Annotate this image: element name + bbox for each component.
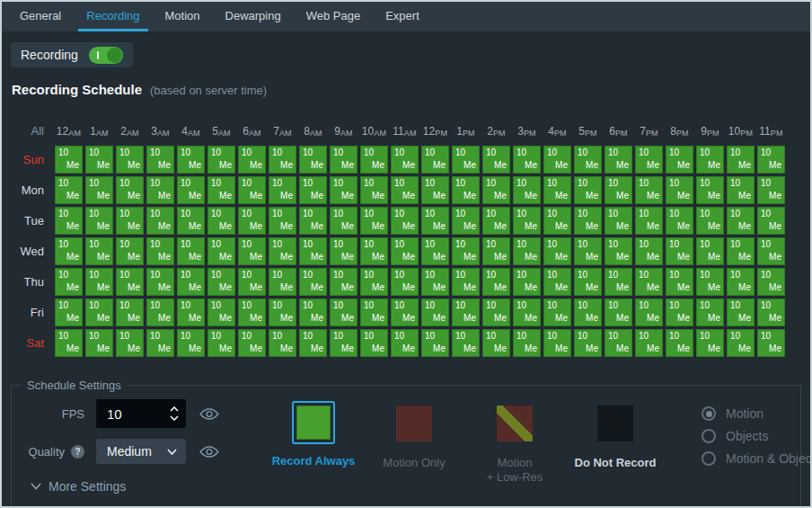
schedule-cell-sun-3pm[interactable]: 10Me: [513, 146, 541, 174]
schedule-cell-fri-2pm[interactable]: 10Me: [482, 299, 510, 326]
tab-expert[interactable]: Expert: [377, 2, 428, 31]
schedule-cell-wed-2pm[interactable]: 10Me: [482, 237, 510, 265]
schedule-cell-thu-2am[interactable]: 10Me: [116, 268, 144, 296]
schedule-cell-sun-6pm[interactable]: 10Me: [605, 146, 632, 174]
schedule-cell-fri-9pm[interactable]: 10Me: [696, 299, 724, 326]
schedule-cell-mon-2am[interactable]: 10Me: [116, 176, 144, 204]
schedule-cell-sun-12am[interactable]: 10Me: [55, 146, 83, 174]
schedule-cell-sat-11pm[interactable]: 10Me: [757, 329, 785, 357]
schedule-cell-tue-9pm[interactable]: 10Me: [696, 207, 724, 235]
schedule-cell-tue-11pm[interactable]: 10Me: [757, 207, 785, 235]
schedule-cell-fri-1pm[interactable]: 10Me: [452, 299, 480, 326]
schedule-cell-sun-11pm[interactable]: 10Me: [757, 146, 785, 174]
fps-visibility-eye-icon[interactable]: [199, 407, 219, 421]
schedule-cell-mon-5am[interactable]: 10Me: [207, 176, 235, 204]
schedule-cell-thu-9pm[interactable]: 10Me: [696, 268, 724, 296]
col-header-2pm[interactable]: 2PM: [482, 115, 510, 143]
schedule-cell-sun-4am[interactable]: 10Me: [177, 146, 205, 174]
schedule-cell-fri-9am[interactable]: 10Me: [330, 299, 357, 326]
schedule-cell-sat-2pm[interactable]: 10Me: [482, 329, 510, 357]
row-header-wed[interactable]: Wed: [11, 237, 52, 265]
col-header-2am[interactable]: 2AM: [116, 115, 144, 143]
col-header-5am[interactable]: 5AM: [207, 115, 235, 143]
schedule-cell-fri-6pm[interactable]: 10Me: [605, 299, 632, 326]
schedule-cell-sun-8pm[interactable]: 10Me: [666, 146, 693, 174]
schedule-cell-mon-5pm[interactable]: 10Me: [574, 176, 602, 204]
schedule-cell-mon-12pm[interactable]: 10Me: [421, 176, 449, 204]
schedule-cell-sat-3pm[interactable]: 10Me: [513, 329, 541, 357]
schedule-cell-sat-11am[interactable]: 10Me: [391, 329, 419, 357]
schedule-cell-tue-4pm[interactable]: 10Me: [543, 207, 571, 235]
schedule-cell-sun-4pm[interactable]: 10Me: [543, 146, 571, 174]
schedule-cell-fri-4pm[interactable]: 10Me: [543, 299, 571, 326]
schedule-cell-fri-6am[interactable]: 10Me: [238, 299, 266, 326]
tab-dewarping[interactable]: Dewarping: [217, 2, 289, 31]
schedule-cell-tue-5pm[interactable]: 10Me: [574, 207, 602, 235]
schedule-cell-tue-3pm[interactable]: 10Me: [513, 207, 541, 235]
schedule-cell-mon-9pm[interactable]: 10Me: [696, 176, 724, 204]
fps-increment-button[interactable]: [170, 406, 179, 412]
schedule-cell-sat-1am[interactable]: 10Me: [85, 329, 113, 357]
schedule-cell-mon-7pm[interactable]: 10Me: [635, 176, 663, 204]
schedule-cell-sun-5pm[interactable]: 10Me: [574, 146, 602, 174]
col-header-8am[interactable]: 8AM: [299, 115, 327, 143]
schedule-cell-thu-4am[interactable]: 10Me: [177, 268, 205, 296]
schedule-cell-sat-7am[interactable]: 10Me: [269, 329, 296, 357]
schedule-cell-thu-11am[interactable]: 10Me: [391, 268, 419, 296]
col-header-4am[interactable]: 4AM: [177, 115, 205, 143]
schedule-cell-wed-11pm[interactable]: 10Me: [757, 237, 785, 265]
schedule-cell-thu-1pm[interactable]: 10Me: [452, 268, 480, 296]
tab-recording[interactable]: Recording: [78, 2, 147, 31]
schedule-cell-sun-8am[interactable]: 10Me: [299, 146, 327, 174]
col-header-7am[interactable]: 7AM: [269, 115, 296, 143]
schedule-cell-sun-1pm[interactable]: 10Me: [452, 146, 480, 174]
schedule-cell-sat-8am[interactable]: 10Me: [299, 329, 327, 357]
schedule-cell-thu-9am[interactable]: 10Me: [330, 268, 357, 296]
schedule-cell-sat-9am[interactable]: 10Me: [330, 329, 357, 357]
schedule-cell-sun-10pm[interactable]: 10Me: [727, 146, 755, 174]
schedule-cell-wed-4am[interactable]: 10Me: [177, 237, 205, 265]
col-header-12am[interactable]: 12AM: [55, 115, 83, 143]
schedule-cell-thu-3am[interactable]: 10Me: [146, 268, 174, 296]
col-header-9am[interactable]: 9AM: [330, 115, 357, 143]
schedule-cell-thu-12pm[interactable]: 10Me: [421, 268, 449, 296]
schedule-cell-tue-7pm[interactable]: 10Me: [635, 207, 663, 235]
quality-visibility-eye-icon[interactable]: [199, 445, 219, 459]
schedule-cell-tue-9am[interactable]: 10Me: [330, 207, 357, 235]
schedule-cell-fri-7am[interactable]: 10Me: [269, 299, 296, 326]
schedule-cell-wed-7pm[interactable]: 10Me: [635, 237, 663, 265]
col-header-7pm[interactable]: 7PM: [635, 115, 663, 143]
mode-motion-low-res[interactable]: Motion+ Low-Res: [464, 401, 565, 484]
schedule-cell-sun-9am[interactable]: 10Me: [330, 146, 357, 174]
row-header-sun[interactable]: Sun: [11, 146, 52, 174]
schedule-cell-sun-12pm[interactable]: 10Me: [421, 146, 449, 174]
tab-motion[interactable]: Motion: [157, 2, 208, 31]
col-header-8pm[interactable]: 8PM: [666, 115, 693, 143]
schedule-cell-mon-8pm[interactable]: 10Me: [666, 176, 693, 204]
schedule-cell-mon-9am[interactable]: 10Me: [330, 176, 357, 204]
schedule-cell-wed-3am[interactable]: 10Me: [146, 237, 174, 265]
schedule-cell-fri-5am[interactable]: 10Me: [207, 299, 235, 326]
schedule-cell-fri-12am[interactable]: 10Me: [55, 299, 83, 326]
col-header-9pm[interactable]: 9PM: [696, 115, 724, 143]
schedule-cell-sat-10pm[interactable]: 10Me: [727, 329, 755, 357]
schedule-cell-tue-7am[interactable]: 10Me: [269, 207, 296, 235]
schedule-cell-fri-8am[interactable]: 10Me: [299, 299, 327, 326]
schedule-cell-mon-1pm[interactable]: 10Me: [452, 176, 480, 204]
fps-decrement-button[interactable]: [170, 415, 179, 421]
radio-motion-objects[interactable]: Motion & Objects: [702, 451, 812, 466]
quality-select[interactable]: Medium: [96, 439, 186, 464]
schedule-cell-wed-12am[interactable]: 10Me: [55, 237, 83, 265]
col-header-1am[interactable]: 1AM: [85, 115, 113, 143]
schedule-cell-tue-8pm[interactable]: 10Me: [666, 207, 693, 235]
schedule-cell-sun-2am[interactable]: 10Me: [116, 146, 144, 174]
schedule-cell-thu-11pm[interactable]: 10Me: [757, 268, 785, 296]
schedule-cell-fri-10am[interactable]: 10Me: [360, 299, 388, 326]
schedule-cell-thu-5am[interactable]: 10Me: [207, 268, 235, 296]
schedule-cell-fri-7pm[interactable]: 10Me: [635, 299, 663, 326]
schedule-cell-fri-4am[interactable]: 10Me: [177, 299, 205, 326]
col-header-1pm[interactable]: 1PM: [452, 115, 480, 143]
quality-help-icon[interactable]: ?: [71, 445, 84, 459]
schedule-cell-mon-11am[interactable]: 10Me: [391, 176, 419, 204]
schedule-cell-sun-10am[interactable]: 10Me: [360, 146, 388, 174]
